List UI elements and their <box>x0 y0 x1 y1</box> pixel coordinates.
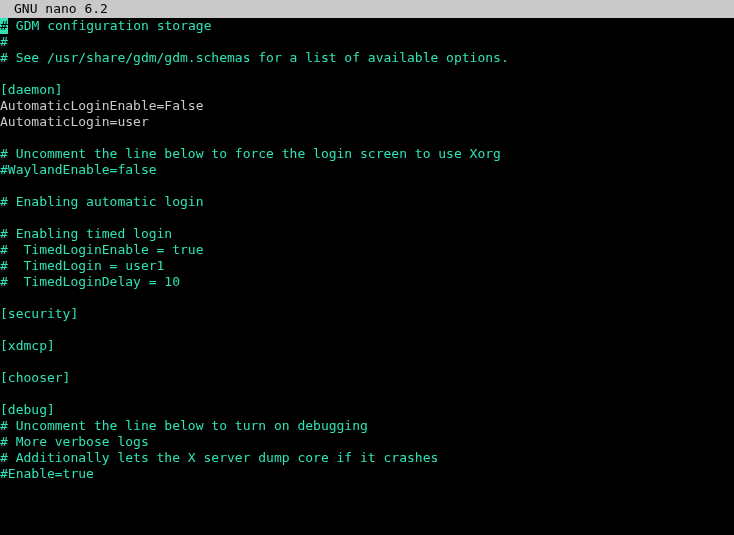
editor-line[interactable]: # Uncomment the line below to turn on de… <box>0 418 734 434</box>
line-text: GDM configuration storage <box>8 18 212 33</box>
line-text: # See /usr/share/gdm/gdm.schemas for a l… <box>0 50 509 65</box>
title-bar: GNU nano 6.2 <box>0 0 734 18</box>
editor-line[interactable]: [chooser] <box>0 370 734 386</box>
line-text: # More verbose logs <box>0 434 149 449</box>
line-text: AutomaticLogin=user <box>0 114 149 129</box>
line-text: [debug] <box>0 402 55 417</box>
editor-line[interactable]: [debug] <box>0 402 734 418</box>
editor-line[interactable]: AutomaticLoginEnable=False <box>0 98 734 114</box>
editor-line[interactable]: [security] <box>0 306 734 322</box>
line-text: [xdmcp] <box>0 338 55 353</box>
line-text: # Uncomment the line below to turn on de… <box>0 418 368 433</box>
line-text: # Enabling timed login <box>0 226 172 241</box>
editor-area[interactable]: # GDM configuration storage## See /usr/s… <box>0 18 734 482</box>
app-name: GNU nano 6.2 <box>0 1 108 16</box>
editor-line[interactable]: # More verbose logs <box>0 434 734 450</box>
line-text: #Enable=true <box>0 466 94 481</box>
editor-line[interactable] <box>0 178 734 194</box>
editor-line[interactable] <box>0 130 734 146</box>
editor-line[interactable]: # TimedLogin = user1 <box>0 258 734 274</box>
editor-line[interactable] <box>0 322 734 338</box>
editor-line[interactable]: #Enable=true <box>0 466 734 482</box>
editor-line[interactable]: # TimedLoginEnable = true <box>0 242 734 258</box>
line-text: # Enabling automatic login <box>0 194 204 209</box>
editor-line[interactable] <box>0 386 734 402</box>
editor-line[interactable]: [daemon] <box>0 82 734 98</box>
editor-line[interactable] <box>0 210 734 226</box>
editor-line[interactable]: # TimedLoginDelay = 10 <box>0 274 734 290</box>
editor-line[interactable]: # GDM configuration storage <box>0 18 734 34</box>
editor-line[interactable]: AutomaticLogin=user <box>0 114 734 130</box>
editor-line[interactable] <box>0 66 734 82</box>
editor-line[interactable] <box>0 290 734 306</box>
line-text: #WaylandEnable=false <box>0 162 157 177</box>
cursor-block: # <box>0 18 8 34</box>
editor-line[interactable]: # Enabling automatic login <box>0 194 734 210</box>
editor-line[interactable]: # Enabling timed login <box>0 226 734 242</box>
line-text: # TimedLoginEnable = true <box>0 242 204 257</box>
line-text: [security] <box>0 306 78 321</box>
line-text: # Uncomment the line below to force the … <box>0 146 501 161</box>
editor-line[interactable]: # <box>0 34 734 50</box>
editor-line[interactable] <box>0 354 734 370</box>
line-text: # TimedLogin = user1 <box>0 258 164 273</box>
line-text: AutomaticLoginEnable=False <box>0 98 204 113</box>
line-text: [daemon] <box>0 82 63 97</box>
editor-line[interactable]: #WaylandEnable=false <box>0 162 734 178</box>
editor-line[interactable]: # Additionally lets the X server dump co… <box>0 450 734 466</box>
editor-line[interactable]: [xdmcp] <box>0 338 734 354</box>
editor-line[interactable]: # Uncomment the line below to force the … <box>0 146 734 162</box>
editor-line[interactable]: # See /usr/share/gdm/gdm.schemas for a l… <box>0 50 734 66</box>
cursor: # <box>0 18 8 34</box>
line-text: [chooser] <box>0 370 70 385</box>
line-text: # Additionally lets the X server dump co… <box>0 450 438 465</box>
line-text: # TimedLoginDelay = 10 <box>0 274 180 289</box>
line-text: # <box>0 34 8 49</box>
